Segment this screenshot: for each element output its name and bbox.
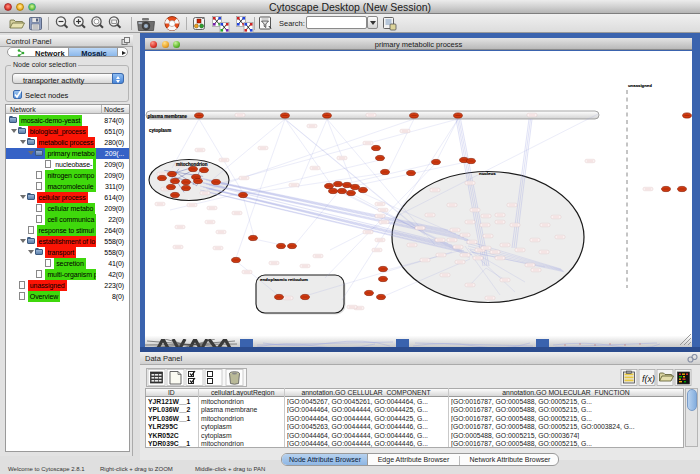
- svg-text:endoplasmic reticulum: endoplasmic reticulum: [260, 277, 308, 282]
- svg-text:plasma membrane: plasma membrane: [148, 114, 188, 119]
- svg-text:nucleus: nucleus: [479, 171, 496, 176]
- svg-text:unassigned: unassigned: [628, 83, 652, 88]
- svg-text:cytoplasm: cytoplasm: [149, 128, 171, 133]
- svg-text:f(x): f(x): [642, 373, 655, 383]
